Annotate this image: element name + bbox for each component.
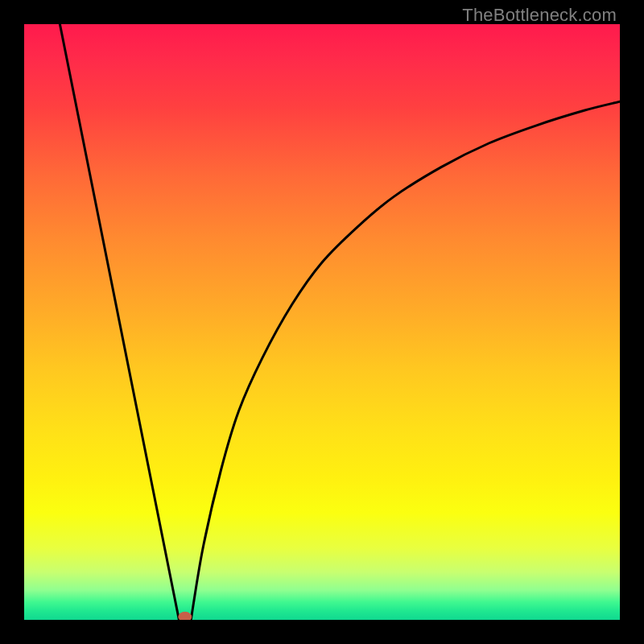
plot-area <box>24 24 620 620</box>
bottleneck-curve <box>24 24 620 620</box>
watermark-text: TheBottleneck.com <box>462 5 617 26</box>
minimum-marker <box>179 612 192 620</box>
curve-left-branch <box>60 24 179 620</box>
curve-right-branch <box>191 101 620 620</box>
outer-frame: TheBottleneck.com <box>0 0 644 644</box>
